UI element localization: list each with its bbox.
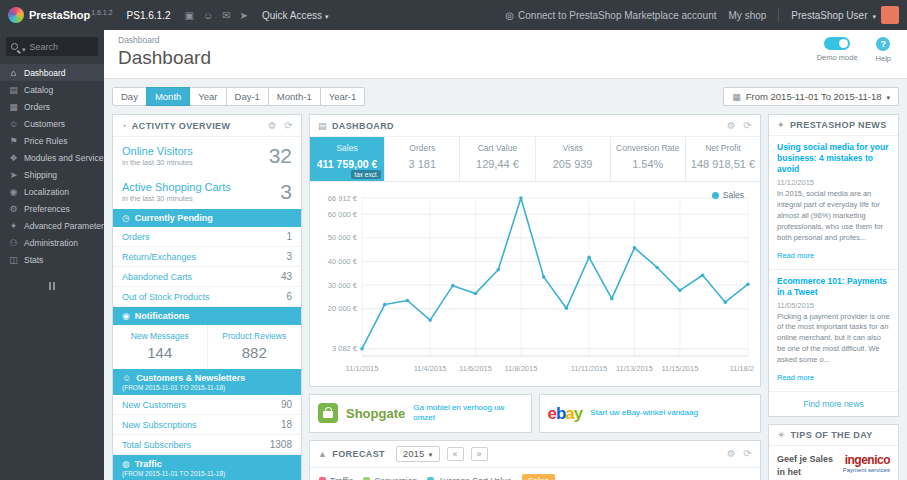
- new-messages-link[interactable]: New Messages: [117, 331, 203, 341]
- product-reviews-link[interactable]: Product Reviews: [212, 331, 298, 341]
- forecast-legend-traffic[interactable]: Traffic: [319, 476, 353, 480]
- help-button[interactable]: ? Help: [876, 37, 891, 63]
- new-customers-link[interactable]: New Customers: [122, 400, 186, 410]
- sidebar-item-administration[interactable]: ⚇Administration: [0, 234, 104, 251]
- prestashop-logo-icon[interactable]: [8, 7, 24, 23]
- product-reviews-value: 882: [212, 344, 298, 361]
- marketplace-link[interactable]: ◎ Connect to PrestaShop Marketplace acco…: [505, 10, 716, 21]
- kpi-visits[interactable]: Visits 205 939: [536, 137, 611, 181]
- out-of-stock-link[interactable]: Out of Stock Products: [122, 292, 210, 302]
- sidebar-item-catalog[interactable]: ▤Catalog: [0, 81, 104, 98]
- shopgate-logo-icon: [318, 403, 338, 423]
- search-input[interactable]: [30, 42, 86, 52]
- forecast-panel-title: FORECAST: [332, 449, 385, 459]
- sidebar-item-preferences[interactable]: ⚙Preferences: [0, 200, 104, 217]
- sidebar-item-shipping[interactable]: ➤Shipping: [0, 166, 104, 183]
- ebay-link[interactable]: Start uw eBay-winkel vandaag: [590, 408, 698, 418]
- quick-access-menu[interactable]: Quick Access: [262, 10, 329, 21]
- sidebar-item-dashboard[interactable]: ⌂Dashboard: [0, 64, 104, 81]
- toggle-switch-icon[interactable]: [824, 37, 850, 50]
- activity-overview-panel: ◔ ACTIVITY OVERVIEW Online Visitors in t…: [112, 114, 302, 480]
- news-item-title[interactable]: Using social media for your business: 4 …: [777, 142, 890, 175]
- sidebar-item-modules[interactable]: ❖Modules and Services: [0, 149, 104, 166]
- active-carts-value: 3: [280, 180, 292, 204]
- forecast-legend-average-cart-value[interactable]: Average Cart Value: [427, 476, 511, 480]
- demo-mode-toggle[interactable]: Demo mode: [817, 37, 858, 63]
- rocket-icon[interactable]: ➤: [240, 10, 248, 21]
- range-button-year-1[interactable]: Year-1: [320, 87, 366, 106]
- refresh-icon[interactable]: [284, 120, 293, 131]
- refresh-icon[interactable]: [743, 120, 752, 131]
- my-shop-link[interactable]: My shop: [729, 10, 767, 21]
- active-carts-link[interactable]: Active Shopping Carts: [122, 181, 231, 193]
- chart-legend-sales[interactable]: Sales: [712, 190, 744, 200]
- traffic-header: ◍Traffic (FROM 2015-11-01 TO 2015-11-18): [113, 455, 301, 480]
- sidebar-item-localization[interactable]: ◉Localization: [0, 183, 104, 200]
- customers-icon[interactable]: ☺: [203, 10, 213, 21]
- previous-year-button[interactable]: [447, 447, 464, 461]
- range-button-group: Day Month Year Day-1 Month-1 Year-1: [112, 87, 365, 106]
- read-more-link[interactable]: Read more: [777, 251, 814, 260]
- returns-link[interactable]: Return/Exchanges: [122, 252, 196, 262]
- messages-icon[interactable]: ✉: [222, 10, 230, 21]
- news-item-title[interactable]: Ecommerce 101: Payments in a Tweet: [777, 276, 890, 298]
- kpi-value: 129,44 €: [463, 158, 531, 170]
- kpi-orders[interactable]: Orders 3 181: [385, 137, 460, 181]
- find-more-news-link[interactable]: Find more news: [769, 392, 898, 416]
- cart-icon[interactable]: ▣: [184, 10, 193, 21]
- sidebar-item-label: Localization: [24, 187, 69, 197]
- range-button-day-1[interactable]: Day-1: [226, 87, 269, 106]
- kpi-cart-value[interactable]: Cart Value 129,44 €: [460, 137, 535, 181]
- next-year-button[interactable]: [471, 447, 488, 461]
- kpi-label: Net Profit: [689, 143, 757, 153]
- sidebar-item-stats[interactable]: ◫Stats: [0, 251, 104, 268]
- forecast-legend-conversion[interactable]: Conversion: [363, 476, 417, 480]
- sidebar-item-price-rules[interactable]: ⚑Price Rules: [0, 132, 104, 149]
- range-button-day[interactable]: Day: [112, 87, 147, 106]
- kpi-conversion-rate[interactable]: Conversion Rate 1.54%: [611, 137, 686, 181]
- kpi-net-profit[interactable]: Net Profit 148 918,51 €: [686, 137, 760, 181]
- total-subscribers-link[interactable]: Total Subscribers: [122, 440, 191, 450]
- section-subtitle: (FROM 2015-11-01 TO 2015-11-18): [122, 384, 292, 391]
- date-range-picker[interactable]: ▦ From 2015-11-01 To 2015-11-18: [723, 87, 899, 106]
- gear-icon[interactable]: [727, 448, 736, 459]
- ingenico-logo[interactable]: ingenico Payment services: [843, 453, 890, 480]
- pending-orders-link[interactable]: Orders: [122, 232, 150, 242]
- range-button-year[interactable]: Year: [189, 87, 226, 106]
- news-item-date: 11/12/2015: [777, 178, 890, 187]
- pending-orders-row: Orders1: [113, 227, 301, 247]
- price-rules-icon: ⚑: [8, 136, 19, 146]
- forecast-year-select[interactable]: 2015: [396, 446, 440, 462]
- sidebar-item-orders[interactable]: ▦Orders: [0, 98, 104, 115]
- online-visitors-link[interactable]: Online Visitors: [122, 145, 193, 157]
- date-filter-bar: Day Month Year Day-1 Month-1 Year-1 ▦ Fr…: [112, 79, 899, 114]
- dashboard-panel: ▤ DASHBOARD Sales 411 759,00 € ta: [309, 114, 761, 387]
- news-item-date: 11/05/2015: [777, 301, 890, 310]
- new-customers-value: 90: [281, 399, 292, 410]
- gear-icon[interactable]: [268, 120, 277, 131]
- shopgate-link[interactable]: Ga mobiel en verhoog uw omzet: [413, 403, 522, 424]
- sidebar-item-customers[interactable]: ☺Customers: [0, 115, 104, 132]
- refresh-icon[interactable]: [743, 448, 752, 459]
- out-of-stock-row: Out of Stock Products6: [113, 287, 301, 307]
- breadcrumb[interactable]: Dashboard: [118, 35, 893, 45]
- new-subscriptions-link[interactable]: New Subscriptions: [122, 420, 197, 430]
- gear-icon[interactable]: [727, 120, 736, 131]
- svg-text:11/4/2015: 11/4/2015: [414, 364, 447, 373]
- svg-text:11/13/2015: 11/13/2015: [616, 364, 653, 373]
- sidebar-search[interactable]: [6, 37, 98, 56]
- advanced-parameters-icon: ✦: [8, 221, 19, 231]
- read-more-link[interactable]: Read more: [777, 373, 814, 382]
- sidebar-item-advanced-parameters[interactable]: ✦Advanced Parameters: [0, 217, 104, 234]
- orders-icon: ▦: [8, 102, 19, 112]
- sidebar-collapse-button[interactable]: [45, 282, 59, 290]
- ingenico-brand-name: ingenico: [843, 453, 890, 467]
- chevron-down-icon[interactable]: [22, 38, 26, 56]
- abandoned-carts-link[interactable]: Abandoned Carts: [122, 272, 192, 282]
- range-button-month-1[interactable]: Month-1: [268, 87, 321, 106]
- forecast-legend-sales[interactable]: Sales: [522, 474, 555, 480]
- kpi-value: 205 939: [539, 158, 607, 170]
- kpi-sales[interactable]: Sales 411 759,00 € tax excl.: [310, 137, 385, 181]
- user-menu[interactable]: PrestaShop User: [791, 6, 899, 24]
- range-button-month[interactable]: Month: [146, 87, 190, 106]
